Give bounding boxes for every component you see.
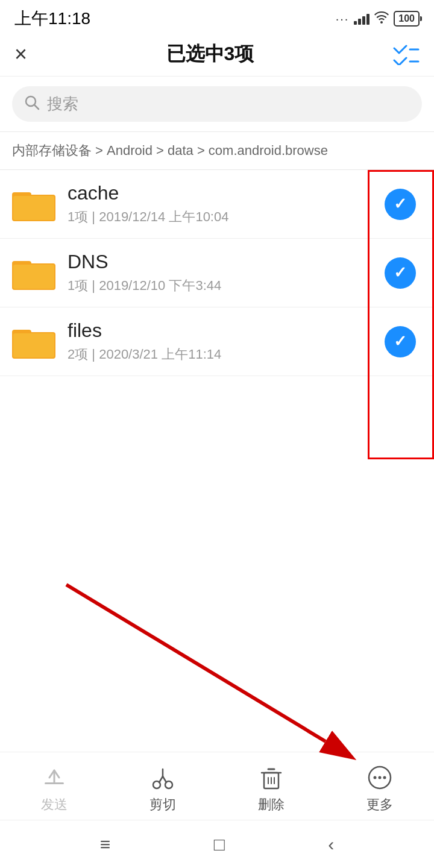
home-menu-icon[interactable]: ≡	[100, 834, 111, 855]
wifi-icon	[374, 11, 389, 27]
search-bar-wrapper: 搜索	[0, 77, 434, 132]
cut-label: 剪切	[149, 796, 176, 814]
svg-line-14	[66, 585, 326, 741]
file-name-cache: cache	[68, 182, 385, 204]
battery-icon: 100	[394, 11, 420, 27]
file-item-dns[interactable]: DNS 1项 | 2019/12/10 下午3:44 ✓	[0, 239, 434, 307]
toolbar-send[interactable]: 发送	[41, 764, 68, 814]
checkmark-icon-files: ✓	[394, 332, 407, 351]
file-name-files: files	[68, 319, 385, 342]
status-time: 上午11:18	[14, 7, 90, 30]
status-bar: 上午11:18 ··· 100	[0, 0, 434, 35]
bottom-toolbar: 发送 剪切 删除 更多	[0, 752, 434, 820]
cut-icon	[149, 764, 176, 791]
svg-line-20	[163, 776, 166, 782]
send-label: 发送	[41, 796, 68, 814]
check-files[interactable]: ✓	[385, 326, 416, 357]
nav-bar: × 已选中3项	[0, 35, 434, 77]
home-back-icon[interactable]: ‹	[328, 834, 334, 855]
delete-label: 删除	[258, 796, 285, 814]
file-meta-dns: 1项 | 2019/12/10 下午3:44	[68, 277, 385, 295]
more-icon	[366, 764, 393, 791]
search-bar[interactable]: 搜索	[12, 86, 422, 122]
check-dns[interactable]: ✓	[385, 257, 416, 289]
svg-rect-12	[13, 333, 54, 357]
toolbar-cut[interactable]: 剪切	[149, 764, 176, 814]
checkmark-icon-dns: ✓	[394, 263, 407, 282]
file-meta-files: 2项 | 2020/3/21 上午11:14	[68, 345, 385, 363]
close-button[interactable]: ×	[14, 43, 27, 65]
more-label: 更多	[366, 796, 393, 814]
delete-icon	[258, 764, 285, 791]
folder-icon-files	[12, 324, 55, 360]
search-icon	[24, 95, 40, 114]
checkmark-icon-cache: ✓	[394, 195, 407, 213]
file-info-cache: cache 1项 | 2019/12/14 上午10:04	[55, 182, 385, 226]
svg-line-3	[34, 105, 39, 109]
folder-icon-cache	[12, 186, 55, 222]
nav-title: 已选中3项	[166, 41, 254, 68]
breadcrumb-text: 内部存储设备 > Android > data > com.android.br…	[12, 143, 328, 158]
file-info-dns: DNS 1项 | 2019/12/10 下午3:44	[55, 251, 385, 295]
toolbar-delete[interactable]: 删除	[258, 764, 285, 814]
svg-point-31	[383, 776, 386, 779]
toolbar-more[interactable]: 更多	[366, 764, 393, 814]
svg-rect-6	[13, 196, 54, 220]
send-icon	[41, 764, 68, 791]
signal-strength-icon	[354, 13, 370, 25]
select-all-button[interactable]	[393, 43, 420, 65]
file-item-files[interactable]: files 2项 | 2020/3/21 上午11:14 ✓	[0, 307, 434, 376]
search-placeholder: 搜索	[47, 93, 410, 115]
file-item-cache[interactable]: cache 1项 | 2019/12/14 上午10:04 ✓	[0, 170, 434, 239]
breadcrumb: 内部存储设备 > Android > data > com.android.br…	[0, 132, 434, 170]
file-list: cache 1项 | 2019/12/14 上午10:04 ✓ DNS 1项 |…	[0, 170, 434, 376]
svg-line-19	[159, 776, 163, 782]
svg-point-30	[379, 776, 382, 779]
check-cache[interactable]: ✓	[385, 189, 416, 220]
folder-icon-dns	[12, 255, 55, 291]
file-meta-cache: 1项 | 2019/12/14 上午10:04	[68, 208, 385, 226]
home-square-icon[interactable]: □	[214, 834, 225, 855]
file-name-dns: DNS	[68, 251, 385, 273]
home-bar: ≡ □ ‹	[0, 820, 434, 868]
svg-point-29	[374, 776, 377, 779]
file-info-files: files 2项 | 2020/3/21 上午11:14	[55, 319, 385, 363]
signal-dots-icon: ···	[336, 12, 350, 26]
svg-rect-9	[13, 265, 54, 289]
status-icons: ··· 100	[336, 11, 420, 27]
